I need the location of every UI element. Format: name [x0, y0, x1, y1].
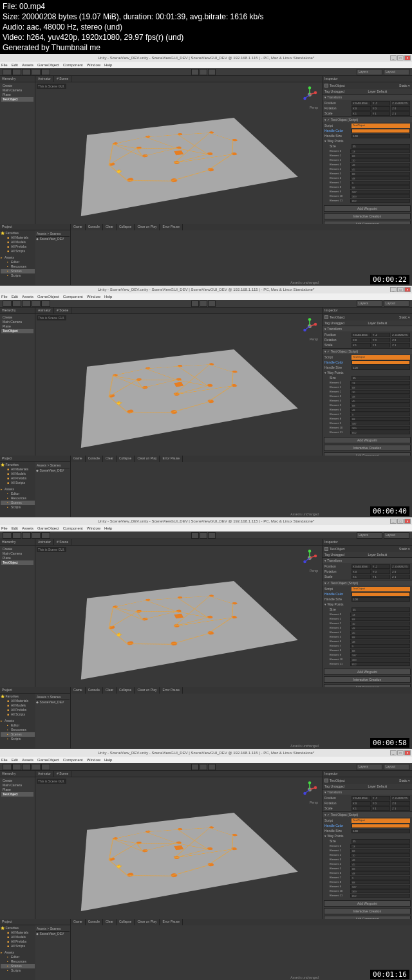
console-tab[interactable]: Console [86, 456, 103, 462]
step-button[interactable] [208, 69, 216, 75]
inspector-tab[interactable]: Inspector [323, 76, 412, 82]
scale-field[interactable]: Y 1 [371, 806, 391, 811]
hierarchy-item[interactable]: TestObject [1, 97, 33, 102]
scene-gizmo[interactable] [300, 548, 319, 568]
step-button[interactable] [208, 300, 216, 307]
scale-tool[interactable] [32, 69, 41, 75]
move-tool[interactable] [12, 764, 21, 770]
favorite-item[interactable]: ■All Models [1, 472, 35, 476]
play-button[interactable] [191, 764, 199, 770]
console-option[interactable]: Clear on Play [135, 919, 160, 925]
console-tab[interactable]: Console [86, 919, 103, 925]
console-option[interactable]: Clear [103, 687, 117, 694]
menu-item[interactable]: File [1, 63, 8, 67]
scale-tool[interactable] [32, 764, 41, 770]
toolbar-dropdown[interactable]: Layout [384, 300, 409, 307]
favorite-item[interactable]: ■All Scripts [1, 944, 35, 948]
add-waypoint-button[interactable]: Add Waypoint [324, 205, 411, 212]
scene-gizmo[interactable] [300, 317, 319, 336]
console-option[interactable]: Error Pause [160, 919, 183, 925]
project-tab[interactable]: Project [0, 456, 70, 462]
toolbar-dropdown[interactable]: Layout [384, 69, 409, 75]
scene-file[interactable]: ◆ SceneView_DEV [36, 468, 70, 472]
array-size-field[interactable]: 15 [351, 839, 410, 844]
toolbar-dropdown[interactable]: Layout [384, 532, 409, 539]
hierarchy-tab[interactable]: Hierarchy [0, 539, 35, 546]
menu-item[interactable]: Component [63, 526, 83, 530]
rotation-field[interactable]: X 0 [351, 801, 371, 806]
rotation-field[interactable]: X 0 [351, 338, 371, 342]
rect-tool[interactable] [41, 69, 50, 75]
hierarchy-item[interactable]: Main Camera [1, 551, 33, 556]
hierarchy-item[interactable]: Main Camera [1, 320, 33, 324]
hierarchy-item[interactable]: Create [1, 315, 33, 320]
console-option[interactable]: Error Pause [160, 456, 183, 462]
hand-tool[interactable] [3, 300, 12, 307]
hierarchy-item[interactable]: Main Camera [1, 88, 33, 93]
scene-view[interactable]: This is Scene GUI. ✋ Persp [35, 546, 322, 687]
console-option[interactable]: Clear [103, 224, 117, 230]
layer-dropdown[interactable]: Layer Default [368, 321, 411, 325]
layer-dropdown[interactable]: Layer Default [368, 553, 411, 557]
static-label[interactable]: Static ▾ [399, 779, 410, 782]
scene-tab[interactable]: Animator [35, 539, 54, 545]
assets-folder[interactable]: ▸Assets [1, 487, 35, 492]
scale-field[interactable]: X 1 [351, 575, 371, 579]
console-option[interactable]: Clear on Play [135, 687, 160, 694]
console-option[interactable]: Collapse [117, 687, 135, 694]
asset-folder[interactable]: ▪Scripts [1, 505, 35, 510]
rotate-tool[interactable] [22, 532, 31, 539]
menu-item[interactable]: Assets [22, 758, 33, 762]
favorites-folder[interactable]: ⭐ Favorites [1, 694, 35, 699]
scale-field[interactable]: Z 1 [391, 343, 410, 347]
menu-item[interactable]: Window [87, 295, 100, 299]
console-option[interactable]: Collapse [117, 224, 135, 230]
favorite-item[interactable]: ■All Prefabs [1, 708, 35, 712]
rotation-field[interactable]: Z 0 [391, 338, 410, 342]
rect-tool[interactable] [41, 300, 50, 307]
interactive-creation-button[interactable]: Interactive Creation [324, 676, 411, 683]
favorite-item[interactable]: ■All Prefabs [1, 476, 35, 481]
position-field[interactable]: Y -2 [371, 564, 391, 569]
minimize-button[interactable]: _ [390, 750, 397, 755]
favorite-item[interactable]: ■All Scripts [1, 481, 35, 485]
hierarchy-item[interactable]: Plane [1, 788, 33, 792]
position-field[interactable]: Y -2 [371, 333, 391, 337]
rotation-field[interactable]: Y 0 [371, 106, 391, 111]
favorites-folder[interactable]: ⭐ Favorites [1, 231, 35, 236]
script-field[interactable]: TestObject [351, 587, 410, 591]
menu-item[interactable]: Assets [22, 295, 33, 299]
hand-tool[interactable] [3, 532, 12, 539]
asset-folder[interactable]: ▪Editor [1, 723, 35, 728]
toolbar-dropdown[interactable]: Layers [357, 532, 382, 539]
handle-size-field[interactable]: 1.00 [351, 829, 410, 833]
hierarchy-tab[interactable]: Hierarchy [0, 771, 35, 777]
rotation-field[interactable]: X 0 [351, 106, 371, 111]
close-button[interactable]: × [404, 55, 411, 60]
interactive-creation-button[interactable]: Interactive Creation [324, 213, 411, 219]
color-field[interactable] [351, 129, 410, 133]
script-header[interactable]: ▾ ✓ Test Object (Script) [323, 812, 412, 817]
inspector-tab[interactable]: Inspector [323, 771, 412, 777]
menu-item[interactable]: Edit [12, 758, 18, 762]
menu-item[interactable]: Assets [22, 63, 33, 67]
scale-tool[interactable] [32, 532, 41, 539]
transform-header[interactable]: ▾ Transform [323, 95, 412, 100]
scene-file[interactable]: ◆ SceneView_DEV [36, 237, 70, 241]
scene-tab[interactable]: Animator [35, 76, 54, 82]
favorites-folder[interactable]: ⭐ Favorites [1, 926, 35, 930]
menu-item[interactable]: Help [104, 63, 112, 67]
add-waypoint-button[interactable]: Add Waypoint [324, 669, 411, 675]
asset-folder[interactable]: ▪Scenes [1, 269, 35, 273]
minimize-button[interactable]: _ [390, 55, 397, 60]
console-tab[interactable]: Console [86, 224, 103, 230]
handle-size-field[interactable]: 1.00 [351, 597, 410, 602]
script-field[interactable]: TestObject [351, 124, 410, 128]
hierarchy-item[interactable]: Plane [1, 556, 33, 560]
favorites-folder[interactable]: ⭐ Favorites [1, 463, 35, 467]
menu-item[interactable]: Component [63, 758, 83, 762]
menu-item[interactable]: Window [87, 758, 100, 762]
play-button[interactable] [191, 532, 199, 539]
game-tab[interactable]: Game [71, 456, 86, 462]
object-name[interactable]: TestObject [330, 547, 345, 551]
